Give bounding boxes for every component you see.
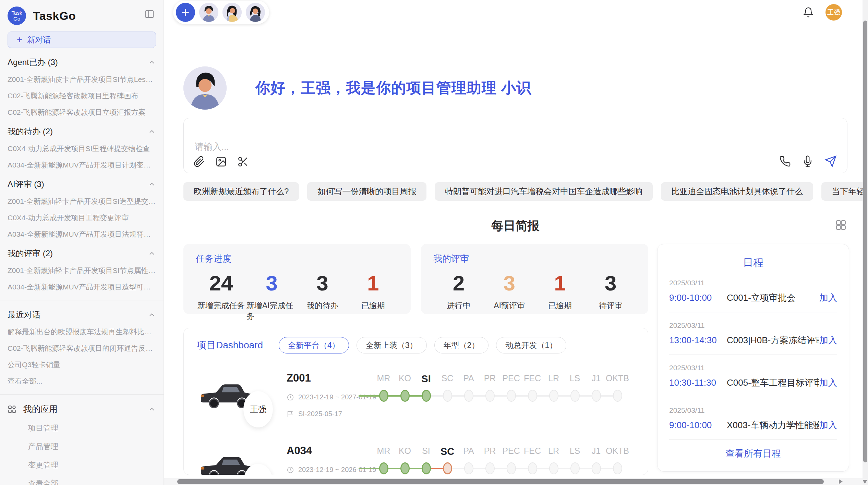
section-recent-chats[interactable]: 最近对话 <box>8 309 156 320</box>
sidebar-task-item[interactable]: Z001-全新燃油轻卡产品开发项目SI节点属性5D文件评审 <box>8 266 156 275</box>
greeting-row: 你好，王强，我是你的项目管理助理 小识 <box>183 66 847 110</box>
new-chat-button[interactable]: + 新对话 <box>8 32 156 48</box>
schedule-card: 日程 2025/03/11 9:00-10:00 C001-立项审批会 加入 2… <box>657 244 849 472</box>
sidebar-task-item[interactable]: Z001-全新燃油皮卡产品开发项目SI节点Lesson Learn报告 <box>8 75 156 84</box>
sidebar: Task Go TaskGo + 新对话 Agent已办 (3) Z001-全新… <box>0 0 164 485</box>
sidebar-task-item[interactable]: Z001-全新燃油轻卡产品开发项目SI造型提交物评审 <box>8 197 156 206</box>
chevron-up-icon[interactable] <box>148 405 156 413</box>
vertical-scrollbar[interactable] <box>863 0 868 485</box>
layout-grid-icon[interactable] <box>835 219 847 231</box>
schedule-event: 2025/03/11 13:00-14:30 C003|H0B-方案冻结评审 加… <box>669 312 837 355</box>
project-row[interactable]: 王强 Z001 2023-12-19 ~ 2027-01-19 SI-2025-… <box>197 371 635 426</box>
milestone-node <box>464 462 473 474</box>
avatar[interactable] <box>199 3 218 22</box>
section-ai-review[interactable]: AI评审 (3) <box>8 179 156 190</box>
stat: 2进行中 <box>433 271 484 311</box>
avatar[interactable] <box>246 3 265 22</box>
sidebar-task-item[interactable]: A034-全新新能源MUV产品开发项目造型可行性评审 <box>8 282 156 292</box>
chevron-up-icon[interactable] <box>148 249 156 258</box>
sidebar-item-product-mgmt[interactable]: 产品管理 <box>28 442 156 452</box>
sidebar-item-my-apps[interactable]: 我的应用 <box>8 403 156 415</box>
scissors-icon[interactable] <box>237 156 249 167</box>
scroll-down-arrow[interactable] <box>863 480 867 484</box>
milestone-node <box>443 390 452 402</box>
suggestion-chip[interactable]: 如何写一份清晰的项目周报 <box>307 182 426 201</box>
join-link[interactable]: 加入 <box>819 292 837 304</box>
avatar[interactable] <box>222 3 242 22</box>
sidebar-collapse-icon[interactable] <box>144 9 155 19</box>
horizontal-scrollbar-thumb[interactable] <box>177 479 824 484</box>
section-my-todo[interactable]: 我的待办 (2) <box>8 126 156 137</box>
new-chat-label: 新对话 <box>27 35 51 45</box>
milestone-node <box>528 390 537 402</box>
suggestion-chip[interactable]: 当下年轻人对汽车外观有怎样的喜好趋势 <box>821 182 868 201</box>
project-row[interactable]: 王强 A034 2023-12-19 ~ 2026-01-19 SC-2025-… <box>197 444 635 475</box>
add-member-button[interactable]: + <box>176 3 195 22</box>
milestone-node <box>592 462 601 474</box>
recent-view-all[interactable]: 查看全部... <box>8 376 156 386</box>
chevron-up-icon[interactable] <box>148 127 156 136</box>
join-link[interactable]: 加入 <box>819 419 837 431</box>
scroll-right-arrow[interactable] <box>839 479 843 484</box>
schedule-event: 2025/03/11 9:00-10:00 X003-车辆动力学性能验... 加… <box>669 397 837 440</box>
project-owner-badge: 王强 <box>243 391 273 427</box>
mic-icon[interactable] <box>802 156 813 167</box>
schedule-event: 2025/03/11 9:00-10:00 C001-立项审批会 加入 <box>669 270 837 312</box>
chevron-up-icon[interactable] <box>148 58 156 66</box>
user-avatar[interactable]: 王强 <box>825 4 842 21</box>
recent-chat-item[interactable]: C02-飞腾新能源轻客改款项目的闭环通告反馈情况 <box>8 344 156 353</box>
suggestion-chip[interactable]: 比亚迪全固态电池计划具体说了什么 <box>661 182 813 201</box>
task-progress-card: 任务进度 24新增完成任务 3新增AI完成任务 3我的待办 1已逾期 <box>183 244 411 314</box>
section-my-review[interactable]: 我的评审 (2) <box>8 248 156 259</box>
stat: 3AI预评审 <box>484 271 535 311</box>
project-dates: 2023-12-19 ~ 2027-01-19 <box>287 393 373 401</box>
view-all-schedule-link[interactable]: 查看所有日程 <box>669 440 837 464</box>
recent-chat-item[interactable]: 解释最新出台的欧盟报废车法规再生塑料比例被调至15%... <box>8 327 156 337</box>
project-milestone: SI-2025-05-17 <box>287 410 373 418</box>
tab-year-model[interactable]: 年型（2） <box>434 337 489 353</box>
milestone-node <box>400 462 410 474</box>
milestone-node <box>422 390 431 402</box>
chevron-up-icon[interactable] <box>148 180 156 188</box>
phone-icon[interactable] <box>779 156 791 167</box>
sidebar-task-item[interactable]: C02-飞腾新能源轻客改款项目立项汇报方案 <box>8 108 156 117</box>
message-composer[interactable]: 请输入... <box>183 118 847 173</box>
plus-icon: + <box>17 34 22 45</box>
tab-new-platform[interactable]: 全新平台（4） <box>279 337 349 353</box>
attachment-icon[interactable] <box>193 156 205 167</box>
join-link[interactable]: 加入 <box>819 334 837 346</box>
daily-brief-title: 每日简报 <box>492 218 540 234</box>
section-agent-done[interactable]: Agent已办 (3) <box>8 57 156 68</box>
tab-new-body[interactable]: 全新上装（3） <box>357 337 427 353</box>
sidebar-header: Task Go TaskGo <box>8 0 156 32</box>
app-title: TaskGo <box>33 9 76 23</box>
milestone-node <box>549 462 558 474</box>
sidebar-task-item[interactable]: A034-全新新能源MUV产品开发项目计划变更表编写 <box>8 160 156 170</box>
chevron-up-icon[interactable] <box>148 311 156 319</box>
project-name: A034 <box>287 445 373 457</box>
image-icon[interactable] <box>215 156 227 167</box>
logo-text-top: Task <box>12 10 22 16</box>
vertical-scrollbar-thumb[interactable] <box>863 21 867 462</box>
sidebar-task-item[interactable]: C0X4-动力总成开发项目工程变更评审 <box>8 213 156 223</box>
greeting-text: 你好，王强，我是你的项目管理助理 小识 <box>255 78 531 98</box>
bell-icon[interactable] <box>803 7 814 18</box>
tab-powertrain[interactable]: 动总开发（1） <box>496 337 566 353</box>
join-link[interactable]: 加入 <box>819 377 837 389</box>
my-review-card: 我的评审 2进行中 3AI预评审 1已逾期 3待评审 <box>421 244 648 314</box>
app-logo: Task Go <box>8 7 26 25</box>
send-icon[interactable] <box>824 155 837 167</box>
sidebar-item-change-mgmt[interactable]: 变更管理 <box>28 460 156 470</box>
schedule-event: 2025/03/11 10:30-11:30 C005-整车工程目标评审 加入 <box>669 355 837 397</box>
sidebar-task-item[interactable]: C0X4-动力总成开发项目SI里程碑提交物检查 <box>8 144 156 153</box>
sidebar-task-item[interactable]: C02-飞腾新能源轻客改款项目里程碑画布 <box>8 91 156 101</box>
stat: 24新增完成任务 <box>196 271 246 322</box>
sidebar-task-item[interactable]: A034-全新新能源MUV产品开发项目法规符合性评审 <box>8 229 156 239</box>
apps-view-all[interactable]: 查看全部... <box>28 478 156 485</box>
recent-chat-item[interactable]: 公司Q3轻卡销量 <box>8 360 156 370</box>
suggestion-chip[interactable]: 欧洲新规最近颁布了什么? <box>183 182 299 201</box>
horizontal-scrollbar[interactable] <box>164 478 863 485</box>
suggestion-chip[interactable]: 特朗普可能对进口汽车增税会对中国车企造成哪些影响 <box>435 182 653 201</box>
clock-icon <box>287 466 294 474</box>
sidebar-item-project-mgmt[interactable]: 项目管理 <box>28 423 156 433</box>
